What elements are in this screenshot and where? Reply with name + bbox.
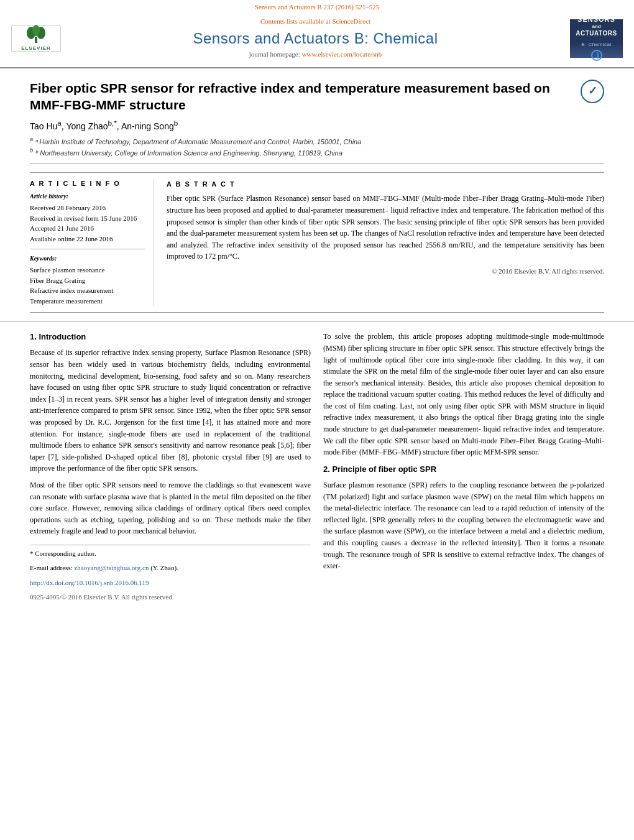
journal-header: Sensors and Actuators B 237 (2016) 521–5… bbox=[0, 0, 634, 68]
affiliation-b: b ᵇ Northeastern University, College of … bbox=[30, 147, 571, 158]
abstract-text: Fiber optic SPR (Surface Plasmon Resonan… bbox=[167, 193, 604, 262]
section1-right-para1: To solve the problem, this article propo… bbox=[323, 331, 604, 458]
issn-line: 0925-4005/© 2016 Elsevier B.V. All right… bbox=[30, 593, 311, 602]
email-suffix: (Y. Zhao). bbox=[150, 564, 178, 571]
journal-main-title: Sensors and Actuators B: Chemical bbox=[61, 28, 570, 49]
journal-contents-line: Contents lists available at ScienceDirec… bbox=[61, 17, 570, 26]
journal-title-center: Contents lists available at ScienceDirec… bbox=[61, 17, 570, 59]
email-label: E-mail address: bbox=[30, 564, 73, 571]
authors-line: Tao Hua, Yong Zhaob,*, An-ning Songb bbox=[30, 118, 571, 132]
corresponding-author-note: * Corresponding author. bbox=[30, 549, 311, 558]
article-info-column: A R T I C L E I N F O Article history: R… bbox=[30, 179, 154, 306]
article-info-heading: A R T I C L E I N F O bbox=[30, 179, 145, 188]
journal-header-inner: ELSEVIER Contents lists available at Sci… bbox=[0, 13, 634, 63]
author-b-star-superscript: b,* bbox=[108, 119, 117, 127]
article-body: Fiber optic SPR sensor for refractive in… bbox=[0, 68, 634, 313]
divider bbox=[30, 249, 145, 249]
abstract-column: A B S T R A C T Fiber optic SPR (Surface… bbox=[167, 179, 604, 306]
accepted-date: Accepted 21 June 2016 bbox=[30, 223, 145, 234]
copyright-line: © 2016 Elsevier B.V. All rights reserved… bbox=[167, 266, 604, 277]
article-history-heading: Article history: bbox=[30, 192, 145, 201]
email-address[interactable]: zhaoyang@tsinghua.org.cn bbox=[74, 564, 149, 571]
keyword-fbg: Fiber Bragg Grating bbox=[30, 275, 145, 286]
author-a-superscript: a bbox=[57, 119, 61, 127]
keyword-refractive: Refractive index measurement bbox=[30, 285, 145, 296]
revised-date: Received in revised form 15 June 2016 bbox=[30, 213, 145, 224]
section1-para1: Because of its superior refractive index… bbox=[30, 347, 311, 474]
body-left-column: 1. Introduction Because of its superior … bbox=[30, 331, 311, 607]
sensors-logo-and: and bbox=[576, 24, 617, 30]
sensors-logo-sensors: SENSORS bbox=[576, 16, 617, 24]
article-info-abstract-section: A R T I C L E I N F O Article history: R… bbox=[30, 172, 604, 313]
sciencedirect-link[interactable]: ScienceDirect bbox=[332, 17, 370, 25]
email-note: E-mail address: zhaoyang@tsinghua.org.cn… bbox=[30, 563, 311, 573]
elsevier-logo: ELSEVIER bbox=[11, 25, 61, 52]
section1-para2: Most of the fiber optic SPR sensors need… bbox=[30, 479, 311, 537]
section2-heading: 2. Principle of fiber optic SPR bbox=[323, 463, 604, 476]
doi-line[interactable]: http://dx.doi.org/10.1016/j.snb.2016.06.… bbox=[30, 578, 311, 588]
section2-para1: Surface plasmon resonance (SPR) refers t… bbox=[323, 479, 604, 572]
keyword-spr: Surface plasmon resonance bbox=[30, 265, 145, 275]
main-body: 1. Introduction Because of its superior … bbox=[0, 321, 634, 619]
journal-citation-bar: Sensors and Actuators B 237 (2016) 521–5… bbox=[0, 0, 634, 13]
body-right-column: To solve the problem, this article propo… bbox=[323, 331, 604, 607]
footnotes-area: * Corresponding author. E-mail address: … bbox=[30, 545, 311, 602]
sensors-logo-b-chemical: B: Chemical bbox=[581, 41, 612, 48]
available-online-date: Available online 22 June 2016 bbox=[30, 234, 145, 244]
keyword-temperature: Temperature measurement bbox=[30, 296, 145, 307]
article-title: Fiber optic SPR sensor for refractive in… bbox=[30, 80, 571, 114]
affiliation-a: a ᵃ Harbin Institute of Technology, Depa… bbox=[30, 136, 571, 147]
elsevier-brand-text: ELSEVIER bbox=[21, 45, 51, 52]
author-b2-superscript: b bbox=[174, 119, 178, 127]
abstract-heading: A B S T R A C T bbox=[167, 179, 604, 190]
sensors-actuators-logo: SENSORS and ACTUATORS B: Chemical bbox=[570, 19, 623, 58]
author-yong-zhao: Yong Zhaob,* bbox=[66, 121, 116, 131]
svg-rect-0 bbox=[35, 37, 37, 43]
author-tao-hu: Tao Hua bbox=[30, 121, 62, 131]
page: Sensors and Actuators B 237 (2016) 521–5… bbox=[0, 0, 634, 840]
journal-homepage: journal homepage: www.elsevier.com/locat… bbox=[61, 50, 570, 59]
crossmark-logo: ✓ bbox=[581, 80, 604, 103]
keywords-heading: Keywords: bbox=[30, 254, 145, 263]
section1-heading: 1. Introduction bbox=[30, 331, 311, 343]
article-title-section: Fiber optic SPR sensor for refractive in… bbox=[30, 68, 604, 164]
homepage-link[interactable]: www.elsevier.com/locate/snb bbox=[302, 50, 382, 58]
affiliations: a ᵃ Harbin Institute of Technology, Depa… bbox=[30, 136, 571, 158]
elsevier-tree-icon bbox=[21, 24, 51, 44]
received-date: Received 28 February 2016 bbox=[30, 203, 145, 213]
journal-citation: Sensors and Actuators B 237 (2016) 521–5… bbox=[255, 3, 379, 11]
author-anning-song: An-ning Songb bbox=[121, 121, 178, 131]
svg-point-3 bbox=[32, 25, 40, 36]
sensors-logo-actuators: ACTUATORS bbox=[576, 30, 617, 37]
